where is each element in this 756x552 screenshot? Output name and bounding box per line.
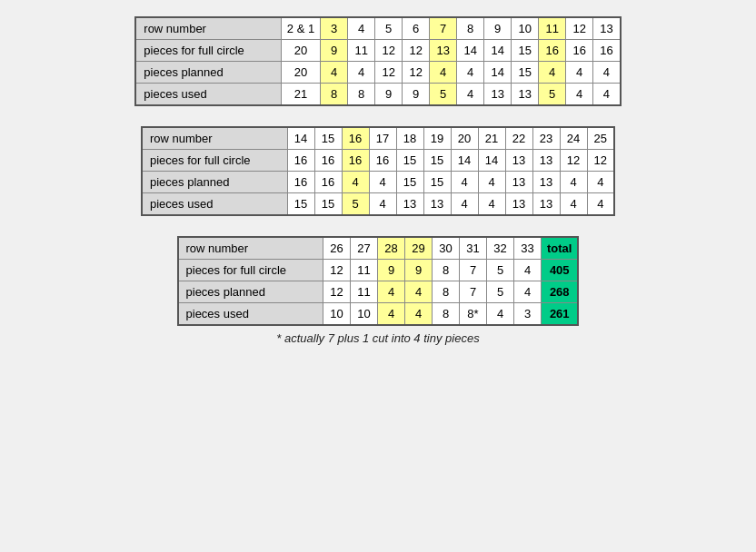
cell: 5	[430, 84, 457, 106]
cell: 9	[484, 17, 512, 40]
row-label: pieces for full circle	[142, 150, 287, 172]
cell: 15	[396, 150, 423, 172]
row-label: pieces planned	[135, 62, 281, 84]
row-label: pieces planned	[178, 281, 323, 303]
cell: 4	[478, 193, 505, 216]
cell: 4	[593, 62, 621, 84]
cell: 8	[433, 281, 460, 303]
cell: 23	[532, 127, 560, 150]
cell: 13	[532, 172, 560, 193]
cell: 5	[375, 17, 403, 40]
cell: 22	[505, 127, 532, 150]
cell: 15	[314, 193, 342, 216]
cell: 15	[512, 62, 539, 84]
cell: 4	[369, 193, 396, 216]
cell: 2 & 1	[281, 17, 320, 40]
cell: 9	[378, 260, 405, 281]
cell: 30	[433, 237, 460, 260]
cell: 16	[314, 172, 342, 193]
total-header: total	[542, 237, 579, 260]
row-label: pieces used	[135, 84, 281, 106]
total-value: 268	[542, 281, 579, 303]
table-row: pieces for full circle161616161515141413…	[142, 150, 614, 172]
cell: 4	[378, 303, 405, 326]
table-row: row number141516171819202122232425	[142, 127, 614, 150]
row-label: row number	[135, 17, 281, 40]
cell: 16	[314, 150, 342, 172]
cell: 21	[478, 127, 505, 150]
cell: 25	[587, 127, 614, 150]
table-row: row number2 & 1345678910111213	[135, 17, 620, 40]
cell: 6	[403, 17, 430, 40]
cell: 4	[348, 17, 375, 40]
table-row: row number2627282930313233total	[178, 237, 579, 260]
cell: 18	[396, 127, 423, 150]
cell: 13	[532, 193, 560, 216]
cell: 5	[487, 281, 514, 303]
cell: 4	[457, 84, 484, 106]
cell: 10	[323, 303, 351, 326]
total-value: 261	[542, 303, 579, 326]
footnote: * actually 7 plus 1 cut into 4 tiny piec…	[177, 331, 580, 345]
cell: 32	[487, 237, 514, 260]
cell: 28	[378, 237, 405, 260]
cell: 4	[539, 62, 566, 84]
cell: 15	[287, 193, 314, 216]
table-row: pieces for full circle209111212131414151…	[135, 40, 620, 62]
cell: 5	[487, 260, 514, 281]
cell: 12	[375, 40, 403, 62]
cell: 4	[369, 172, 396, 193]
cell: 9	[321, 40, 348, 62]
cell: 14	[457, 40, 484, 62]
cell: 13	[505, 172, 532, 193]
total-value: 405	[542, 260, 579, 281]
cell: 11	[351, 281, 378, 303]
cell: 8	[433, 303, 460, 326]
cell: 21	[281, 84, 320, 106]
cell: 10	[351, 303, 378, 326]
cell: 13	[593, 17, 621, 40]
cell: 13	[423, 193, 451, 216]
cell: 31	[460, 237, 487, 260]
cell: 15	[396, 172, 423, 193]
cell: 14	[484, 62, 512, 84]
cell: 13	[532, 150, 560, 172]
cell: 8	[457, 17, 484, 40]
row-label: row number	[178, 237, 323, 260]
cell: 7	[430, 17, 457, 40]
cell: 8*	[460, 303, 487, 326]
cell: 4	[430, 62, 457, 84]
cell: 4	[451, 172, 478, 193]
cell: 14	[484, 40, 512, 62]
cell: 16	[342, 127, 369, 150]
cell: 8	[348, 84, 375, 106]
cell: 13	[430, 40, 457, 62]
table-row: pieces used218899541313544	[135, 84, 620, 106]
cell: 14	[287, 127, 314, 150]
row-label: pieces used	[178, 303, 323, 326]
cell: 11	[348, 40, 375, 62]
cell: 13	[505, 193, 532, 216]
cell: 8	[321, 84, 348, 106]
cell: 4	[587, 172, 614, 193]
cell: 9	[403, 84, 430, 106]
cell: 12	[403, 40, 430, 62]
cell: 12	[323, 281, 351, 303]
row-label: pieces for full circle	[135, 40, 281, 62]
cell: 12	[566, 17, 593, 40]
cell: 12	[375, 62, 403, 84]
cell: 26	[323, 237, 351, 260]
cell: 20	[281, 40, 320, 62]
cell: 3	[321, 17, 348, 40]
table3-container: row number2627282930313233totalpieces fo…	[177, 236, 580, 345]
cell: 4	[451, 193, 478, 216]
cell: 24	[560, 127, 587, 150]
cell: 33	[514, 237, 542, 260]
cell: 20	[281, 62, 320, 84]
cell: 7	[460, 281, 487, 303]
cell: 4	[348, 62, 375, 84]
cell: 4	[378, 281, 405, 303]
cell: 27	[351, 237, 378, 260]
table-row: pieces planned20441212441415444	[135, 62, 620, 84]
row-label: pieces planned	[142, 172, 287, 193]
